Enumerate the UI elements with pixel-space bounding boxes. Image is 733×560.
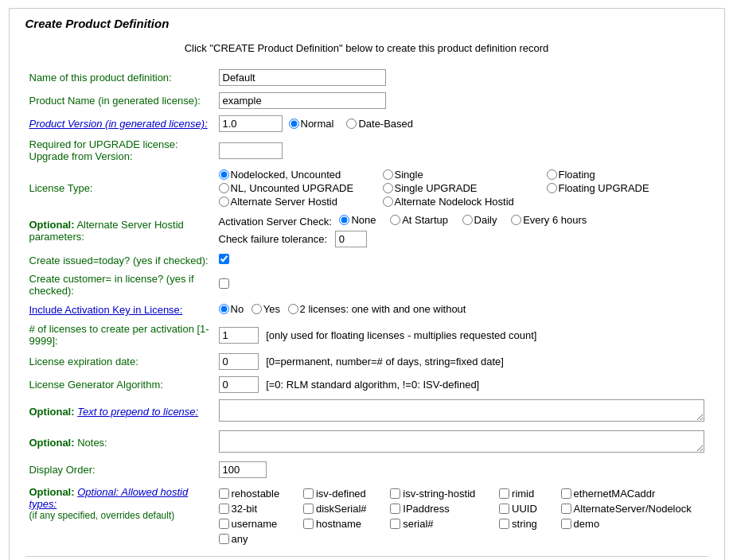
license-type-nl-uncounted-upgrade-label: NL, Uncounted UPGRADE [231, 182, 354, 194]
license-type-floating-upgrade-label: Floating UPGRADE [559, 182, 649, 194]
create-issued-checkbox[interactable] [219, 254, 229, 264]
ak-2-radio[interactable] [288, 304, 298, 314]
hostid-isv-string-hostid: isv-string-hostid [390, 488, 488, 500]
license-type-single-upgrade-radio[interactable] [383, 183, 393, 193]
hostid-alternate-server-checkbox[interactable] [561, 504, 571, 514]
hostid-alternate-server-label: AlternateServer/Nodelock [574, 503, 692, 515]
activation-check-label: Activation Server Check: [219, 216, 332, 228]
hostid-demo-label: demo [574, 518, 600, 530]
hostid-isv-defined-checkbox[interactable] [303, 488, 314, 499]
activation-startup-label: At Startup [402, 214, 448, 226]
ak-no-radio[interactable] [219, 304, 229, 314]
allowed-hostid-note: (if any specified, overrides default) [29, 510, 211, 521]
activation-none-item: None [339, 214, 376, 226]
hostid-ipaddress-label: IPaddress [403, 503, 450, 515]
hostid-any-label: any [232, 533, 248, 545]
upgrade-input[interactable] [219, 142, 283, 159]
generator-cell: [=0: RLM standard algorithm, !=0: ISV-de… [215, 373, 708, 396]
license-type-alt-nodelock-radio[interactable] [383, 196, 393, 207]
license-type-alt-server-radio[interactable] [219, 196, 229, 207]
check-failure-input[interactable] [335, 231, 367, 247]
version-datebased-radio[interactable] [346, 119, 357, 129]
create-issued-row: Create issued=today? (yes if checked): [25, 251, 708, 270]
hostid-rimid: rimid [499, 488, 550, 500]
activation-every6-radio[interactable] [511, 215, 521, 225]
activation-startup-radio[interactable] [390, 215, 400, 225]
activation-key-link[interactable]: Include Activation Key in License: [29, 304, 183, 316]
hostid-string-label: string [512, 518, 537, 530]
ak-2-item: 2 licenses: one with and one without [288, 303, 466, 315]
hostid-hostname-checkbox[interactable] [303, 519, 314, 529]
generator-input[interactable] [219, 376, 259, 393]
product-definition-name-cell [215, 66, 708, 89]
version-row: Normal Date-Based [219, 115, 704, 132]
create-customer-row: Create customer= in license? (yes if che… [25, 270, 708, 300]
num-licenses-help: [only used for floating licenses - multi… [266, 329, 536, 341]
generator-row: License Generator Algorithm: [=0: RLM st… [25, 373, 708, 396]
optional-label: Optional: [29, 486, 75, 498]
hostid-uuid: UUID [499, 503, 550, 515]
license-type-cell: Nodelocked, Uncounted Single Floating [215, 165, 708, 211]
page-container: Create Product Definition Click "CREATE … [9, 8, 725, 560]
hostid-isv-defined: isv-defined [303, 488, 379, 500]
product-name-cell [215, 89, 708, 112]
text-prepend-textarea[interactable] [219, 399, 704, 422]
activation-daily-item: Daily [462, 214, 497, 226]
activation-key-cell: No Yes 2 licenses: one with and one with… [215, 300, 708, 320]
create-issued-label: Create issued=today? (yes if checked): [25, 251, 215, 270]
product-definition-name-input[interactable] [219, 69, 386, 86]
notes-label: Optional: Notes: [25, 427, 215, 458]
hostid-any-checkbox[interactable] [219, 534, 229, 544]
expiration-help: [0=permanent, number=# of days, string=f… [266, 356, 504, 368]
ak-no-item: No [219, 303, 244, 315]
product-name-input[interactable] [219, 92, 386, 109]
license-type-single-radio[interactable] [383, 169, 393, 180]
hostid-ipaddress-checkbox[interactable] [390, 504, 400, 514]
hostid-32bit-checkbox[interactable] [219, 504, 229, 514]
hostid-demo-checkbox[interactable] [561, 519, 571, 529]
create-customer-label: Create customer= in license? (yes if che… [25, 270, 215, 300]
hostid-rehostable-checkbox[interactable] [219, 488, 229, 499]
hostid-isv-string-hostid-checkbox[interactable] [390, 488, 400, 499]
hostid-diskserial-checkbox[interactable] [303, 504, 314, 514]
version-normal-label: Normal [301, 118, 334, 130]
hostid-rimid-checkbox[interactable] [499, 488, 509, 499]
notes-bold: Optional: [29, 437, 75, 449]
num-licenses-cell: [only used for floating licenses - multi… [215, 320, 708, 350]
hostid-string-checkbox[interactable] [499, 519, 509, 529]
hostid-diskserial-label: diskSerial# [316, 503, 367, 515]
notes-textarea[interactable] [219, 430, 704, 453]
license-type-floating-upgrade-radio[interactable] [547, 183, 557, 193]
activation-startup-item: At Startup [390, 214, 448, 226]
hostid-diskserial: diskSerial# [303, 503, 379, 515]
activation-daily-radio[interactable] [462, 215, 473, 225]
activation-none-label: None [351, 214, 376, 226]
num-licenses-row: # of licenses to create per activation [… [25, 320, 708, 350]
product-version-link[interactable]: Product Version (in generated license): [29, 118, 208, 130]
expiration-input[interactable] [219, 353, 259, 370]
version-radio-datebased-item: Date-Based [346, 118, 413, 130]
version-normal-radio[interactable] [289, 119, 299, 129]
hostid-username-checkbox[interactable] [219, 519, 229, 529]
ak-yes-radio[interactable] [251, 304, 262, 314]
optional-bold: Optional: [29, 219, 75, 231]
license-type-nodelocked-radio[interactable] [219, 169, 229, 180]
license-type-nl-uncounted-upgrade-radio[interactable] [219, 183, 229, 193]
activation-none-radio[interactable] [339, 215, 349, 225]
hostid-serial-checkbox[interactable] [390, 519, 400, 529]
product-version-input[interactable] [219, 115, 283, 132]
activation-key-label: Include Activation Key in License: [25, 300, 215, 320]
notes-row: Optional: Notes: [25, 427, 708, 458]
text-prepend-label: Optional: Text to prepend to license: [25, 396, 215, 427]
hostid-ipaddress: IPaddress [390, 503, 488, 515]
activation-key-row: Include Activation Key in License: No Ye… [25, 300, 708, 320]
display-order-cell [215, 458, 708, 481]
hostid-ethernet-checkbox[interactable] [561, 488, 571, 499]
hostid-uuid-checkbox[interactable] [499, 504, 509, 514]
num-licenses-input[interactable] [219, 327, 259, 344]
create-customer-checkbox[interactable] [219, 278, 229, 289]
ak-2-label: 2 licenses: one with and one without [300, 303, 466, 315]
license-type-grid: Nodelocked, Uncounted Single Floating [219, 169, 704, 208]
display-order-input[interactable] [219, 461, 267, 478]
license-type-floating-radio[interactable] [547, 169, 557, 180]
